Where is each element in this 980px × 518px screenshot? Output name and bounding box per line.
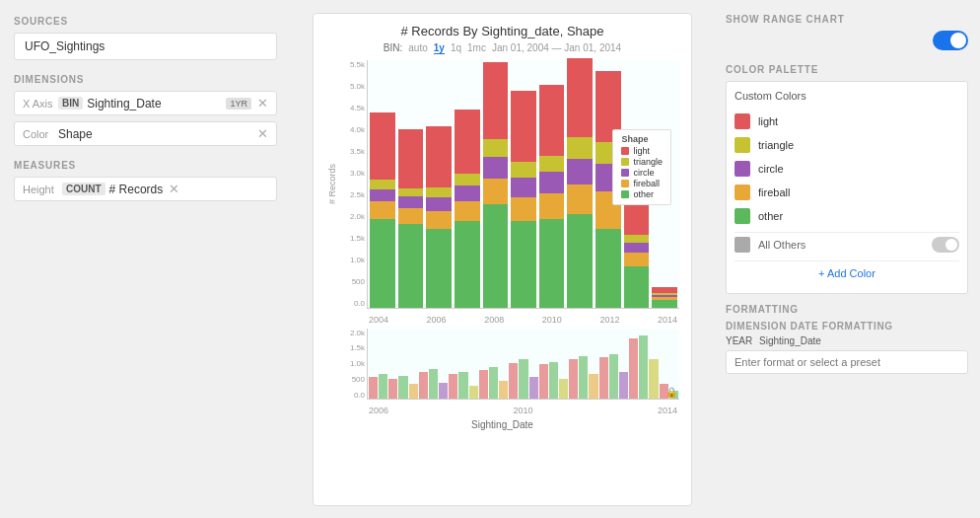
xaxis-badge: 1YR <box>226 98 251 110</box>
mini-bars-area <box>367 329 679 400</box>
xaxis-tag: BIN <box>58 97 83 110</box>
mini-bar <box>379 374 387 399</box>
xaxis-row[interactable]: X Axis BIN Sighting_Date 1YR ✕ <box>14 91 277 115</box>
toggle-knob <box>950 33 966 48</box>
add-color-button[interactable]: + Add Color <box>735 260 959 285</box>
bar-group-2010 <box>539 60 565 308</box>
palette-color-all-others <box>735 237 750 253</box>
count-value: # Records <box>109 183 164 196</box>
bin-label: BIN: <box>384 42 402 53</box>
bar-group-2011 <box>567 60 593 308</box>
legend-dot-triangle <box>621 158 629 166</box>
xaxis-close-icon[interactable]: ✕ <box>257 96 268 111</box>
mini-bar <box>599 357 608 398</box>
legend-label-triangle: triangle <box>633 157 663 167</box>
mini-bar <box>458 372 467 399</box>
bar-group-2006 <box>426 60 452 308</box>
year-field-value: Sighting_Date <box>759 335 821 346</box>
count-tag: COUNT <box>62 183 105 195</box>
legend-label-light: light <box>633 146 650 156</box>
year-tag: YEAR <box>726 335 752 346</box>
color-palette-label: COLOR PALETTE <box>726 64 968 75</box>
measures-label: MEASURES <box>14 160 277 171</box>
mini-y-ticks: 2.0k1.5k1.0k5000.0 <box>339 329 367 400</box>
mini-bar <box>499 381 508 399</box>
dimensions-label: DIMENSIONS <box>14 74 277 85</box>
palette-color-light[interactable] <box>735 113 750 129</box>
color-row[interactable]: Color Shape ✕ <box>14 121 277 146</box>
palette-item-other: other <box>735 204 959 228</box>
main-chart-area: # Records 5.5k5.0k4.5k4.0k3.5k3.0k2.5k2.… <box>325 60 679 327</box>
mini-bar <box>579 356 588 399</box>
legend-item-circle: circle <box>621 168 663 178</box>
palette-all-others-row: All Others <box>735 232 959 257</box>
show-range-label: SHOW RANGE CHART <box>726 14 968 25</box>
format-input[interactable] <box>726 350 968 374</box>
all-others-label: All Others <box>758 239 924 251</box>
formatting-section: FORMATTING DIMENSION DATE FORMATTING YEA… <box>726 304 968 374</box>
left-panel: SOURCES UFO_Sightings DIMENSIONS X Axis … <box>0 0 291 518</box>
palette-color-circle[interactable] <box>735 161 750 177</box>
mini-bar <box>519 359 527 398</box>
mini-bar <box>479 370 488 398</box>
bin-1q[interactable]: 1q <box>451 42 461 53</box>
legend-item-fireball: fireball <box>621 179 663 188</box>
bin-1mc[interactable]: 1mc <box>467 42 486 53</box>
palette-color-fireball[interactable] <box>735 185 750 200</box>
mini-bar <box>398 376 407 399</box>
mini-bar <box>419 372 428 399</box>
source-field[interactable]: UFO_Sightings <box>14 33 277 60</box>
palette-item-light: light <box>735 110 959 133</box>
show-range-toggle[interactable] <box>933 31 968 50</box>
center-panel: # Records By Sighting_date, Shape BIN: a… <box>291 0 714 518</box>
palette-name-fireball: fireball <box>758 186 959 198</box>
height-row[interactable]: Height COUNT # Records ✕ <box>14 177 277 201</box>
bar-stack <box>370 112 395 308</box>
mini-bar <box>439 383 448 399</box>
mini-x-labels: 200620102014 <box>367 406 679 415</box>
lock-icon: 🔒 <box>665 387 677 398</box>
mini-bar <box>369 377 378 398</box>
mini-bar <box>549 362 558 399</box>
palette-name-triangle: triangle <box>758 139 959 151</box>
color-value: Shape <box>58 127 251 141</box>
xaxis-label: X Axis <box>23 98 58 110</box>
bin-1y[interactable]: 1y <box>434 42 445 54</box>
palette-title: Custom Colors <box>735 90 959 102</box>
legend-label-other: other <box>633 189 654 199</box>
palette-color-other[interactable] <box>735 208 750 224</box>
count-close-icon[interactable]: ✕ <box>169 182 179 196</box>
mini-bar <box>429 369 438 399</box>
y-ticks: 5.5k5.0k4.5k4.0k3.5k3.0k2.5k2.0k1.5k1.0k… <box>339 60 367 309</box>
bar-seg-other <box>370 219 395 308</box>
bar-seg-triangle <box>370 180 395 189</box>
bar-group-2008 <box>483 60 509 308</box>
legend-item-light: light <box>621 146 663 156</box>
legend-title: Shape <box>621 134 663 144</box>
legend-dot-other <box>621 190 629 198</box>
mini-bar <box>609 354 618 398</box>
chart-container: # Records By Sighting_date, Shape BIN: a… <box>313 13 692 506</box>
all-others-toggle[interactable] <box>932 237 959 253</box>
mini-bar <box>649 359 658 398</box>
bar-seg-fireball <box>370 201 395 219</box>
color-label: Color <box>23 128 58 140</box>
sources-label: SOURCES <box>14 16 277 27</box>
palette-item-triangle: triangle <box>735 133 959 157</box>
mini-bar <box>639 335 648 399</box>
palette-color-triangle[interactable] <box>735 137 750 153</box>
mini-bar <box>489 367 498 399</box>
color-palette-section: Custom Colors light triangle circle fire… <box>726 81 968 294</box>
dimension-date-label: DIMENSION DATE FORMATTING <box>726 321 968 332</box>
mini-bar <box>509 363 518 399</box>
xaxis-value: Sighting_Date <box>87 97 222 111</box>
palette-name-light: light <box>758 115 959 127</box>
color-close-icon[interactable]: ✕ <box>257 126 268 141</box>
legend-item-other: other <box>621 189 663 199</box>
legend-label-circle: circle <box>633 168 654 178</box>
year-field-label: YEAR Sighting_Date <box>726 335 968 346</box>
mini-bar <box>589 374 597 399</box>
bin-auto[interactable]: auto <box>408 42 427 53</box>
show-range-row <box>726 31 968 50</box>
palette-item-circle: circle <box>735 157 959 181</box>
